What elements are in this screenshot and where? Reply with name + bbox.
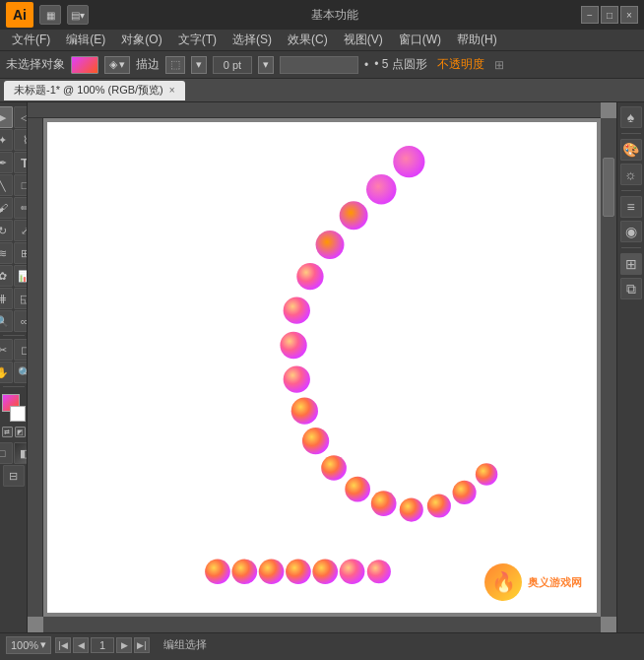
free-transform-tool[interactable]: ⊞ — [14, 242, 28, 264]
eraser-tool[interactable]: ◻ — [14, 339, 28, 361]
tab-close-button[interactable]: × — [169, 85, 175, 96]
screen-mode-btn[interactable]: ⊟ — [3, 465, 25, 487]
horizontal-scrollbar[interactable] — [43, 617, 601, 632]
restore-button[interactable]: □ — [601, 6, 618, 24]
svg-point-16 — [476, 463, 497, 485]
menu-view[interactable]: 视图(V) — [336, 30, 391, 50]
panel-spades-btn[interactable]: ♠ — [620, 106, 642, 128]
menu-effect[interactable]: 效果(C) — [280, 30, 336, 50]
fill-color-swatch[interactable] — [71, 56, 98, 74]
color-area — [2, 394, 26, 422]
type-tool[interactable]: T — [14, 152, 28, 173]
svg-point-19 — [259, 559, 285, 584]
direct-selection-tool[interactable]: ◁ — [14, 106, 28, 128]
svg-point-18 — [231, 559, 257, 584]
title-bar: Ai ▦ ▤▾ 基本功能 − □ × — [0, 0, 644, 30]
toolbar-separator-1 — [3, 335, 25, 336]
main-layout: ▶ ◁ ✦ ⌇ ✒ T ╲ □ 🖌 ✏ ↻ ⤢ ≋ ⊞ ✿ 📊 — [0, 102, 644, 632]
stroke-dropdown[interactable]: ▾ — [191, 56, 207, 74]
minimize-button[interactable]: − — [581, 6, 599, 24]
panel-separator-3 — [621, 247, 641, 248]
panel-lines-btn[interactable]: ≡ — [620, 196, 642, 218]
title-bar-layout-btn[interactable]: ▤▾ — [67, 5, 89, 25]
toolbar-separator-2 — [3, 386, 25, 387]
menu-text[interactable]: 文字(T) — [170, 30, 225, 50]
pencil-tool[interactable]: ✏ — [14, 197, 28, 219]
warp-tool[interactable]: ≋ — [0, 242, 13, 264]
column-graph-tool[interactable]: 📊 — [14, 265, 28, 287]
close-button[interactable]: × — [620, 6, 638, 24]
vertical-scrollbar[interactable] — [601, 118, 616, 617]
blend-tool[interactable]: ∞ — [14, 310, 28, 332]
prev-page-btn[interactable]: ◀ — [73, 637, 89, 653]
panel-layer-btn[interactable]: ⧉ — [620, 278, 642, 299]
eyedropper-tool[interactable]: 🔍 — [0, 310, 13, 332]
last-page-btn[interactable]: ▶| — [134, 637, 150, 653]
svg-point-21 — [312, 559, 338, 584]
menu-object[interactable]: 对象(O) — [113, 30, 169, 50]
panel-grid-btn[interactable]: ⊞ — [620, 253, 642, 275]
magic-wand-tool[interactable]: ✦ — [0, 129, 13, 151]
menu-select[interactable]: 选择(S) — [225, 30, 280, 50]
panel-separator-1 — [621, 133, 641, 134]
rotate-tool[interactable]: ↻ — [0, 220, 13, 241]
status-bar: 100% ▾ |◀ ◀ ▶ ▶| 编组选择 — [0, 632, 644, 656]
stroke-none-icon: ⬚ — [170, 58, 180, 71]
vertical-scroll-thumb[interactable] — [603, 158, 614, 217]
scale-tool[interactable]: ⤢ — [14, 220, 28, 241]
page-number-input[interactable] — [91, 637, 114, 653]
fill-icon: ◈ — [109, 58, 117, 71]
pen-tool[interactable]: ✒ — [0, 152, 13, 173]
stroke-value-input[interactable] — [213, 56, 252, 74]
svg-point-8 — [291, 398, 318, 425]
options-overflow[interactable]: ⊞ — [494, 58, 504, 72]
fill-type-dropdown[interactable]: ◈ ▾ — [104, 56, 130, 74]
canvas-area[interactable]: 🔥 奥义游戏网 — [28, 102, 616, 632]
no-select-label: 未选择对象 — [6, 56, 65, 73]
next-page-btn[interactable]: ▶ — [116, 637, 132, 653]
zoom-value: 100% — [11, 639, 38, 651]
selection-tool[interactable]: ▶ — [0, 106, 13, 128]
line-tool[interactable]: ╲ — [0, 174, 13, 196]
zoom-tool[interactable]: 🔍 — [14, 362, 28, 383]
svg-point-6 — [280, 332, 306, 359]
scissors-tool[interactable]: ✂ — [0, 339, 13, 361]
stroke-unit-dropdown[interactable]: ▾ — [258, 56, 274, 74]
svg-point-10 — [321, 455, 347, 481]
color-mode-row: ⇄ ◩ — [2, 427, 26, 437]
panel-palette-btn[interactable]: 🎨 — [620, 139, 642, 161]
variable-width-selector[interactable] — [280, 56, 358, 74]
lasso-tool[interactable]: ⌇ — [14, 129, 28, 151]
transparency-label[interactable]: 不透明度 — [437, 56, 484, 73]
normal-mode-btn[interactable]: □ — [0, 442, 13, 464]
background-color[interactable] — [10, 406, 26, 422]
panel-sun-btn[interactable]: ☼ — [620, 164, 642, 185]
mesh-tool[interactable]: ⋕ — [0, 288, 13, 309]
stroke-none-indicator[interactable]: ⬚ — [165, 56, 185, 74]
svg-point-0 — [393, 146, 424, 177]
ruler-top — [28, 102, 601, 118]
svg-point-7 — [284, 365, 310, 392]
right-panel: ♠ 🎨 ☼ ≡ ◉ ⊞ ⧉ — [616, 102, 644, 632]
menu-help[interactable]: 帮助(H) — [449, 30, 505, 50]
gradient-tool[interactable]: ◱ — [14, 288, 28, 309]
document-tab[interactable]: 未标题-1* @ 100% (RGB/预览) × — [4, 81, 185, 100]
first-page-btn[interactable]: |◀ — [55, 637, 71, 653]
svg-point-13 — [400, 498, 423, 522]
zoom-dropdown[interactable]: 100% ▾ — [6, 636, 51, 654]
status-message: 编组选择 — [163, 637, 207, 652]
menu-window[interactable]: 窗口(W) — [391, 30, 449, 50]
menu-edit[interactable]: 编辑(E) — [58, 30, 113, 50]
swap-colors-btn[interactable]: ⇄ — [2, 427, 13, 437]
symbol-sprayer-tool[interactable]: ✿ — [0, 265, 13, 287]
default-colors-btn[interactable]: ◩ — [15, 427, 26, 437]
panel-separator-2 — [621, 190, 641, 191]
title-bar-menu-btn[interactable]: ▦ — [39, 5, 61, 25]
hand-tool[interactable]: ✋ — [0, 362, 13, 383]
panel-circle-btn[interactable]: ◉ — [620, 221, 642, 242]
menu-file[interactable]: 文件(F) — [4, 30, 58, 50]
artboard[interactable] — [47, 122, 597, 613]
shape-tool[interactable]: □ — [14, 174, 28, 196]
mask-mode-btn[interactable]: ◧ — [14, 442, 28, 464]
paintbrush-tool[interactable]: 🖌 — [0, 197, 13, 219]
